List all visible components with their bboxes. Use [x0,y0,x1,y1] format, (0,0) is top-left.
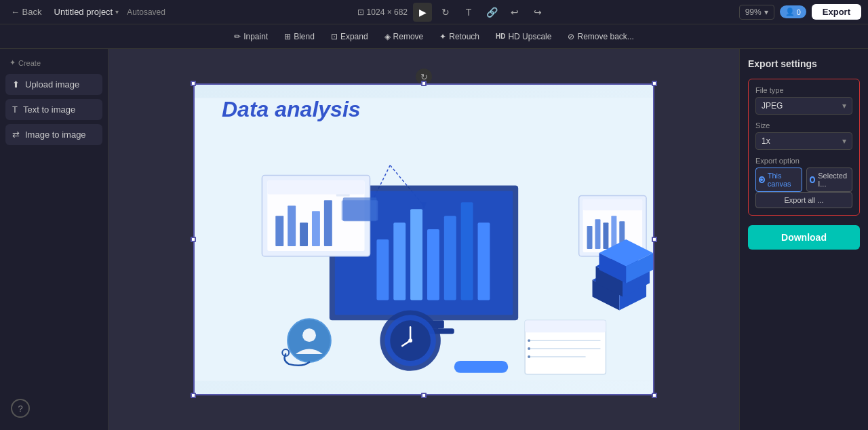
autosaved-label: Autosaved [127,7,165,17]
size-group: Size 1x ▾ [755,121,852,150]
hd-upscale-label: HD Upscale [508,32,551,41]
svg-rect-19 [288,206,296,246]
size-label: Size [755,121,852,130]
canvas-frame: Data analysis [193,83,654,395]
user-badge[interactable]: 👤 0 [780,5,806,18]
toolbar-remove[interactable]: ◈ Remove [378,29,431,44]
handle-bottom-center[interactable] [421,393,427,398]
selected-radio-dot [810,176,816,183]
download-button[interactable]: Download [748,225,860,250]
file-type-group: File type JPEG ▾ [755,86,852,115]
export-button[interactable]: Export [812,4,861,20]
zoom-button[interactable]: 99% ▾ [739,5,774,20]
project-chevron-icon: ▾ [115,8,119,16]
user-icon: 👤 [785,7,795,16]
expand-icon: ⊡ [331,32,338,41]
export-panel: Export settings File type JPEG ▾ Size 1x… [739,49,868,430]
file-type-value: JPEG [762,101,783,111]
svg-point-39 [408,338,412,343]
export-section: File type JPEG ▾ Size 1x ▾ Export option [748,79,860,216]
hd-upscale-icon: HD [496,33,505,40]
svg-rect-25 [267,181,364,195]
svg-rect-22 [324,200,332,246]
svg-rect-33 [583,199,642,210]
plus-icon: ✦ [9,58,16,67]
remove-bg-icon: ⊘ [568,32,574,41]
svg-rect-31 [611,216,616,249]
toolbar-hd-upscale[interactable]: HD HD Upscale [489,29,558,44]
svg-rect-20 [300,222,308,246]
image-to-image-icon: ⇄ [12,130,20,140]
sidebar-item-upload-image[interactable]: ⬆ Upload image [5,74,102,95]
blend-label: Blend [294,32,315,41]
canvas-size: ⊡ 1024 × 682 [357,7,408,17]
create-section-label: ✦ Create [5,56,102,70]
canvas-dimensions: 1024 × 682 [367,7,408,17]
toolbar-retouch[interactable]: ✦ Retouch [433,29,486,44]
toolbar-expand[interactable]: ⊡ Expand [324,29,375,44]
handle-middle-left[interactable] [191,237,196,242]
toolbar-inpaint[interactable]: ✏ Inpaint [227,29,275,44]
selected-option[interactable]: Selected I... [806,168,853,192]
svg-rect-60 [454,361,509,373]
user-count: 0 [797,8,801,16]
zoom-chevron-icon: ▾ [764,7,768,17]
toolbar-remove-bg[interactable]: ⊘ Remove back... [561,29,640,44]
upload-icon: ⬆ [12,79,20,90]
text-to-image-icon: T [12,104,18,115]
project-name[interactable]: Untitled project ▾ [50,5,123,19]
svg-rect-8 [393,222,406,300]
export-all-button[interactable]: Export all ... [755,192,852,208]
canvas-area[interactable]: ↻ Data analysis [108,49,739,430]
project-name-label: Untitled project [54,7,113,17]
svg-rect-21 [312,211,320,246]
svg-rect-12 [461,202,473,300]
size-value: 1x [762,136,770,146]
svg-rect-62 [342,200,378,220]
handle-top-center[interactable] [421,81,427,86]
handle-middle-right[interactable] [652,237,657,242]
toolbar-blend[interactable]: ⊞ Blend [277,29,321,44]
sidebar-bottom: ? [5,393,102,423]
remove-bg-label: Remove back... [577,32,633,41]
export-panel-title: Export settings [748,58,860,69]
svg-point-58 [528,347,530,350]
text-tool[interactable]: T [459,3,478,22]
sidebar-item-text-to-image[interactable]: T Text to image [5,99,102,120]
handle-top-left[interactable] [191,81,196,86]
file-type-select[interactable]: JPEG ▾ [755,97,852,115]
size-chevron-icon: ▾ [842,136,846,146]
undo-tool[interactable]: ↩ [505,3,524,22]
handle-bottom-right[interactable] [652,393,657,398]
inpaint-icon: ✏ [234,32,241,41]
this-canvas-radio-dot [759,176,765,183]
canvas-container: ↻ Data analysis [193,83,654,395]
illustration-title: Data analysis [222,97,361,122]
zoom-value: 99% [745,7,762,17]
remove-label: Remove [393,32,424,41]
svg-rect-30 [603,222,608,249]
back-button[interactable]: ← Back [7,5,46,19]
export-option-label: Export option [755,157,852,165]
export-option-group: Export option This canvas Selected I... … [755,157,852,208]
svg-rect-10 [427,229,439,300]
help-button[interactable]: ? [11,399,30,418]
topbar: ← Back Untitled project ▾ Autosaved ⊡ 10… [0,0,868,24]
svg-point-41 [302,328,316,342]
handle-top-right[interactable] [652,81,657,86]
rotate-tool[interactable]: ↻ [436,3,455,22]
svg-rect-28 [587,226,593,249]
redo-tool[interactable]: ↪ [528,3,547,22]
sidebar-item-image-to-image[interactable]: ⇄ Image to image [5,124,102,145]
svg-rect-7 [376,239,389,300]
link-tool[interactable]: 🔗 [482,3,501,22]
resize-icon: ⊡ [357,7,364,17]
export-option-radio-row: This canvas Selected I... [755,168,852,192]
svg-rect-11 [444,216,456,300]
this-canvas-option[interactable]: This canvas [755,168,802,192]
handle-bottom-left[interactable] [191,393,196,398]
play-tool[interactable]: ▶ [413,3,432,22]
size-select[interactable]: 1x ▾ [755,132,852,150]
expand-label: Expand [340,32,368,41]
topbar-left: ← Back Untitled project ▾ Autosaved [7,5,165,19]
